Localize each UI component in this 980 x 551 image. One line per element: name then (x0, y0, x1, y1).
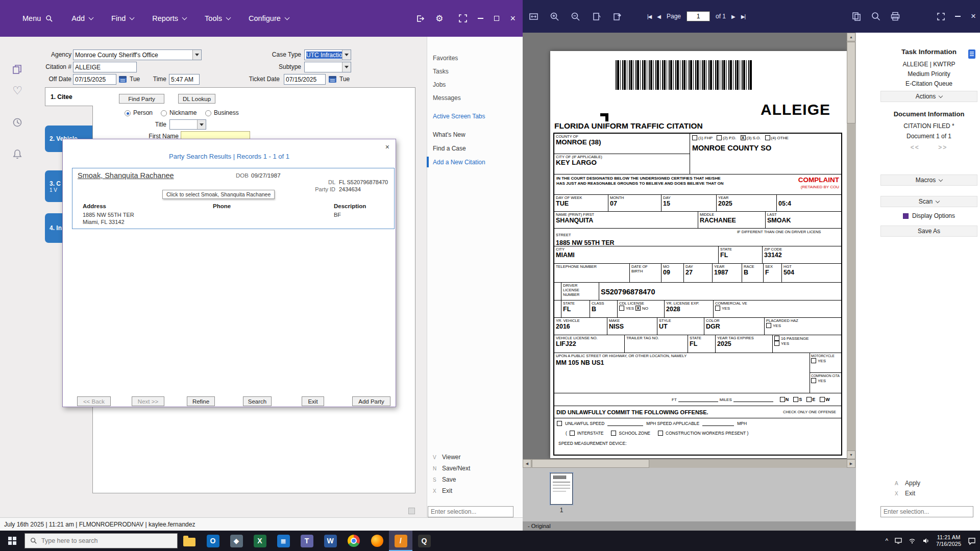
zoom-out-icon[interactable] (571, 12, 580, 21)
vertical-scroll-thumb[interactable] (847, 42, 855, 123)
search-button[interactable]: Search (243, 396, 272, 406)
nav-jobs[interactable]: Jobs (433, 81, 446, 88)
combo-arrow-icon[interactable] (197, 120, 206, 129)
print-icon[interactable] (890, 11, 900, 21)
previous-page-icon[interactable]: ◀ (657, 14, 661, 19)
exit-action[interactable]: Exit (905, 490, 915, 497)
close-icon[interactable]: × (510, 14, 516, 23)
taskbar-icon-word[interactable]: W (318, 531, 342, 551)
tab-citee[interactable]: 1. Citee (45, 87, 93, 106)
taskbar-icon-excel[interactable]: X (248, 531, 272, 551)
add-party-button[interactable]: Add Party (352, 396, 390, 406)
case-type-combo[interactable]: UTC Infraction (304, 49, 351, 60)
panel-command-input[interactable] (880, 506, 973, 517)
taskbar-icon-file-explorer[interactable] (178, 531, 201, 551)
shortcut-exit[interactable]: Exit (442, 487, 452, 494)
menu-reports[interactable]: Reports (152, 14, 186, 22)
agency-combo[interactable]: Monroe County Sheriff's Office (73, 49, 202, 60)
history-icon[interactable] (10, 115, 24, 130)
party-name[interactable]: Smoak, Shanquita Rachanee (78, 171, 174, 180)
thumbnails-icon[interactable] (851, 11, 862, 21)
fullscreen-icon[interactable] (937, 13, 945, 20)
taskbar-icon-onbase-active[interactable]: / (389, 531, 412, 551)
subtype-combo[interactable] (304, 62, 351, 72)
nav-find-a-case[interactable]: Find a Case (433, 145, 466, 152)
shortcut-save-next[interactable]: Save/Next (442, 465, 470, 472)
vertical-scrollbar[interactable]: ▲ ▼ (847, 33, 855, 459)
scroll-up-icon[interactable]: ▲ (847, 33, 855, 41)
menu-tools[interactable]: Tools (205, 14, 230, 22)
page-thumbnail[interactable] (550, 473, 573, 505)
bell-icon[interactable] (10, 147, 24, 161)
off-date-input[interactable] (73, 74, 116, 85)
export-page-icon[interactable] (612, 12, 622, 21)
calendar-icon[interactable] (328, 75, 337, 84)
display-options-row[interactable]: Display Options (880, 212, 977, 219)
nav-messages[interactable]: Messages (433, 94, 461, 102)
calendar-icon[interactable] (118, 75, 127, 84)
apply-action[interactable]: Apply (905, 480, 920, 487)
rotate-page-icon[interactable] (592, 12, 601, 21)
scroll-right-icon[interactable]: ▶ (847, 459, 855, 468)
tray-clock[interactable]: 11:21 AM 7/16/2025 (936, 534, 961, 548)
nav-tasks[interactable]: Tasks (433, 68, 449, 75)
heart-icon[interactable]: ♡ (10, 84, 24, 98)
exit-button[interactable]: Exit (302, 396, 324, 406)
shortcut-viewer[interactable]: Viewer (442, 454, 460, 461)
actions-button[interactable]: Actions (880, 91, 977, 102)
party-result-card[interactable]: Smoak, Shanquita Rachanee DOB 09/27/1987… (72, 168, 395, 229)
taskbar-search-input[interactable] (41, 537, 164, 544)
next-page-icon[interactable]: ▶ (731, 14, 736, 19)
combo-arrow-icon[interactable] (342, 62, 351, 72)
ticket-date-input[interactable] (284, 74, 326, 85)
page-number-input[interactable] (687, 11, 710, 21)
find-party-button[interactable]: Find Party (119, 94, 164, 104)
tray-monitor-icon[interactable] (895, 537, 902, 544)
save-as-button[interactable]: Save As (880, 226, 977, 237)
resize-grip[interactable] (408, 508, 415, 514)
scan-button[interactable]: Scan (880, 196, 977, 207)
shortcut-save[interactable]: Save (442, 476, 456, 483)
nav-favorites[interactable]: Favorites (433, 55, 458, 62)
previous-document-button[interactable]: << (911, 144, 920, 151)
taskbar-icon-office-grid[interactable]: ▦ (272, 531, 295, 551)
business-radio[interactable] (205, 110, 211, 116)
next-document-button[interactable]: >> (938, 144, 947, 151)
taskbar-icon-q-app[interactable]: Q (412, 531, 436, 551)
combo-arrow-icon[interactable] (342, 50, 351, 60)
time-input[interactable] (169, 74, 200, 85)
refine-button[interactable]: Refine (187, 396, 215, 406)
next-button[interactable]: Next >> (132, 396, 164, 406)
last-page-icon[interactable]: ▶| (741, 14, 745, 19)
tray-network-icon[interactable] (909, 537, 916, 544)
person-radio[interactable] (125, 110, 131, 116)
taskbar-icon-chrome[interactable] (342, 531, 365, 551)
taskbar-icon-firefox[interactable] (365, 531, 389, 551)
minimize-icon[interactable] (955, 16, 961, 17)
fit-window-icon[interactable] (529, 12, 538, 21)
taskbar-icon-app[interactable]: ◆ (225, 531, 248, 551)
documents-icon[interactable] (10, 62, 24, 77)
command-input[interactable] (428, 506, 513, 517)
taskbar-icon-outlook[interactable]: O (201, 531, 225, 551)
nickname-radio[interactable] (161, 110, 167, 116)
search-icon[interactable] (871, 11, 881, 21)
close-icon[interactable]: × (971, 11, 976, 21)
tray-volume-icon[interactable] (922, 537, 929, 544)
citation-input[interactable] (73, 62, 137, 72)
horizontal-scroll-thumb[interactable] (532, 459, 649, 468)
zoom-in-icon[interactable] (550, 12, 559, 21)
tray-chevron-icon[interactable]: ^ (885, 537, 888, 544)
menu-configure[interactable]: Configure (249, 14, 289, 22)
fullscreen-icon[interactable] (459, 14, 467, 22)
open-external-icon[interactable] (415, 14, 425, 23)
original-rendition-tab[interactable]: - Original (528, 523, 551, 529)
start-button[interactable] (0, 531, 24, 551)
macros-button[interactable]: Macros (880, 174, 977, 186)
minimize-icon[interactable] (478, 18, 483, 19)
back-button[interactable]: << Back (77, 396, 111, 406)
close-icon[interactable]: × (385, 143, 389, 151)
first-page-icon[interactable]: |◀ (647, 14, 651, 19)
horizontal-scrollbar[interactable]: ◀ ▶ (523, 459, 855, 468)
menu-search-icon[interactable] (45, 15, 53, 22)
